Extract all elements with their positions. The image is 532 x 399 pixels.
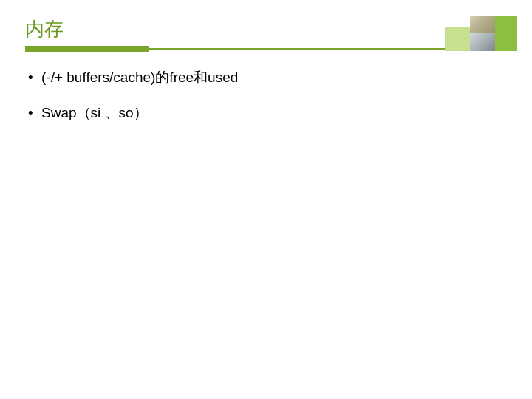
bullet-item: (-/+ buffers/cache)的free和used: [25, 68, 502, 87]
title-rule-block: [25, 46, 149, 52]
deco-tile-light: [445, 27, 470, 51]
bullet-item: Swap（si 、so）: [25, 103, 502, 123]
slide: 内存 (-/+ buffers/cache)的free和used Swap（si…: [0, 0, 532, 399]
deco-photo-icon: [470, 33, 495, 51]
deco-tile-dark: [495, 16, 517, 51]
content-area: (-/+ buffers/cache)的free和used Swap（si 、s…: [25, 68, 502, 138]
deco-photo-icon: [470, 16, 495, 33]
corner-decoration: [396, 16, 517, 51]
slide-title: 内存: [25, 16, 64, 42]
